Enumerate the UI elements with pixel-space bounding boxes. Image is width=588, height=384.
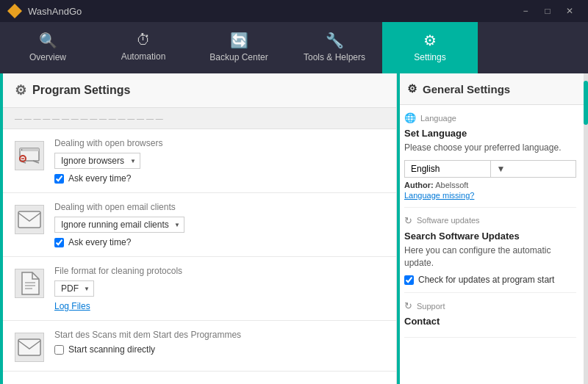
file-svg: [19, 272, 40, 295]
language-heading: Set Language: [404, 128, 576, 139]
language-group: 🌐 Language Set Language Please choose yo…: [404, 105, 576, 208]
language-missing-link[interactable]: Language missing?: [404, 191, 576, 200]
top-section: — — — — — — — — — — — — — — — —: [3, 108, 396, 129]
fileformat-select[interactable]: PDF: [54, 280, 94, 297]
email-checkbox-label: Ask every time?: [68, 237, 131, 247]
email-content: Dealing with open email clients Ignore r…: [54, 202, 384, 247]
browsers-select-row: Ignore browsers: [54, 153, 384, 169]
nav-label-settings: Settings: [414, 52, 445, 62]
scan-email-svg: [18, 338, 41, 356]
support-group-title: ↻ Support: [404, 300, 576, 311]
scan-icon: [15, 333, 44, 362]
software-updates-icon: ↻: [404, 215, 412, 226]
browsers-checkbox[interactable]: [54, 174, 64, 184]
right-panel: ⚙ General Settings 🌐 Language Set Langua…: [397, 73, 588, 384]
software-updates-description: Here you can configure the automatic upd…: [404, 244, 576, 269]
right-scrollbar[interactable]: [584, 73, 588, 384]
svg-point-2: [21, 149, 23, 151]
svg-rect-7: [18, 211, 40, 228]
browser-svg: [19, 148, 40, 164]
titlebar-left: WashAndGo: [7, 4, 82, 18]
nav-item-overview[interactable]: 🔍 Overview: [0, 22, 96, 73]
section-email: Dealing with open email clients Ignore r…: [3, 193, 396, 257]
software-updates-heading: Search Software Updates: [404, 231, 576, 242]
language-description: Please choose your preferred language.: [404, 142, 576, 154]
right-content: 🌐 Language Set Language Please choose yo…: [397, 105, 588, 338]
titlebar-controls: − □ ✕: [514, 0, 581, 22]
scan-content: Start des Scans mit dem Start des Progra…: [54, 330, 384, 355]
email-select[interactable]: Ignore running email clients: [54, 217, 184, 233]
main-content: ⚙ Program Settings — — — — — — — — — — —…: [0, 73, 588, 384]
nav-label-automation: Automation: [121, 51, 166, 62]
left-accent-bar: [0, 73, 3, 384]
software-updates-group-title: ↻ Software updates: [404, 215, 576, 226]
author-value: Abelssoft: [435, 181, 468, 189]
scan-title: Start des Scans mit dem Start des Progra…: [54, 330, 384, 340]
support-heading: Contact: [404, 316, 576, 327]
app-title: WashAndGo: [28, 6, 82, 17]
nav-label-backup-center: Backup Center: [209, 52, 268, 62]
fileformat-title: File format for cleaning protocols: [54, 266, 384, 276]
browsers-checkbox-row: Ask every time?: [54, 173, 384, 184]
software-updates-group-label: Software updates: [417, 216, 480, 225]
nav-label-tools-helpers: Tools & Helpers: [304, 52, 365, 62]
right-accent-bar: [397, 73, 400, 384]
tools-helpers-icon: 🔧: [326, 32, 344, 49]
section-scan: Start des Scans mit dem Start des Progra…: [3, 321, 396, 372]
general-settings-icon: ⚙: [407, 82, 417, 95]
nav-item-tools-helpers[interactable]: 🔧 Tools & Helpers: [287, 22, 382, 73]
language-dropdown[interactable]: English ▼: [404, 160, 576, 178]
language-group-label: Language: [420, 114, 456, 123]
close-button[interactable]: ✕: [559, 0, 581, 22]
software-updates-group: ↻ Software updates Search Software Updat…: [404, 208, 576, 294]
support-group-label: Support: [417, 302, 445, 311]
nav-item-automation[interactable]: ⏱ Automation: [96, 22, 191, 73]
author-label: Author:: [404, 181, 434, 189]
backup-center-icon: 🔄: [230, 32, 248, 49]
browsers-select[interactable]: Ignore browsers: [54, 153, 140, 169]
support-group: ↻ Support Contact: [404, 293, 576, 338]
section-browsers: Dealing with open browsers Ignore browse…: [3, 129, 396, 193]
right-panel-title: General Settings: [423, 83, 510, 95]
language-icon: 🌐: [404, 112, 416, 123]
automation-icon: ⏱: [136, 32, 151, 48]
scan-checkbox[interactable]: [54, 345, 64, 355]
minimize-button[interactable]: −: [514, 0, 537, 22]
svg-rect-1: [20, 148, 39, 151]
language-dropdown-arrow[interactable]: ▼: [490, 161, 576, 177]
left-panel: ⚙ Program Settings — — — — — — — — — — —…: [3, 73, 397, 384]
left-panel-title: Program Settings: [32, 84, 130, 97]
maximize-button[interactable]: □: [537, 0, 559, 22]
left-panel-header: ⚙ Program Settings: [3, 73, 396, 108]
svg-rect-11: [18, 339, 40, 355]
software-updates-checkbox[interactable]: [404, 275, 414, 285]
log-files-link[interactable]: Log Files: [54, 301, 384, 311]
language-dropdown-value: English: [405, 161, 490, 177]
email-title: Dealing with open email clients: [54, 202, 384, 212]
fileformat-icon: [15, 269, 44, 298]
fileformat-content: File format for cleaning protocols PDF L…: [54, 266, 384, 311]
scrollbar-thumb: [584, 81, 588, 125]
fileformat-select-wrapper[interactable]: PDF: [54, 280, 94, 297]
language-group-title: 🌐 Language: [404, 112, 576, 123]
browsers-title: Dealing with open browsers: [54, 138, 384, 148]
settings-icon: ⚙: [423, 32, 437, 49]
support-icon: ↻: [404, 300, 412, 311]
nav-item-backup-center[interactable]: 🔄 Backup Center: [191, 22, 287, 73]
browsers-select-wrapper[interactable]: Ignore browsers: [54, 153, 140, 169]
email-checkbox-row: Ask every time?: [54, 237, 384, 247]
scan-checkbox-row: Start scanning directly: [54, 344, 384, 355]
nav-item-settings[interactable]: ⚙ Settings: [382, 22, 478, 73]
email-icon: [15, 205, 44, 234]
email-svg: [18, 211, 41, 228]
section-fileformat: File format for cleaning protocols PDF L…: [3, 257, 396, 321]
titlebar: WashAndGo − □ ✕: [0, 0, 588, 22]
email-checkbox[interactable]: [54, 238, 64, 247]
fileformat-select-row: PDF: [54, 280, 384, 297]
software-updates-checkbox-row: Check for updates at program start: [404, 275, 576, 285]
email-select-wrapper[interactable]: Ignore running email clients: [54, 217, 184, 233]
overview-icon: 🔍: [39, 32, 57, 49]
navbar: 🔍 Overview ⏱ Automation 🔄 Backup Center …: [0, 22, 588, 73]
author-text: Author: Abelssoft: [404, 181, 576, 189]
scan-checkbox-label: Start scanning directly: [68, 344, 155, 355]
